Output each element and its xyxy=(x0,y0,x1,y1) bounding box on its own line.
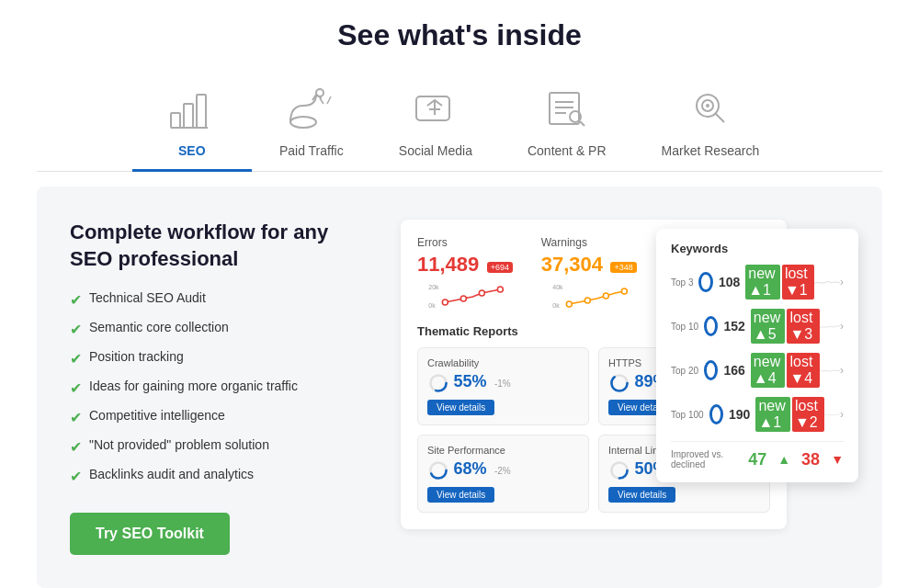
market-research-icon xyxy=(687,87,733,138)
tabs-navigation: SEO Paid Traffic xyxy=(37,78,882,172)
seo-icon xyxy=(169,87,215,138)
svg-point-16 xyxy=(706,104,709,107)
thematic-crawlability: Crawlability 55% -1% View details xyxy=(417,347,589,425)
warnings-label: Warnings xyxy=(541,236,647,249)
improved-value: 47 xyxy=(748,450,766,469)
page-title: See what's inside xyxy=(37,18,882,52)
tab-content-pr[interactable]: Content & PR xyxy=(500,78,634,171)
svg-point-5 xyxy=(316,89,323,96)
list-item: ✔ Backlinks audit and analytics xyxy=(70,467,364,485)
svg-text:40k: 40k xyxy=(552,284,563,290)
svg-text:0k: 0k xyxy=(552,302,560,309)
left-panel: Complete workflow for any SEO profession… xyxy=(70,220,364,555)
arrow-up-icon: ▲ xyxy=(777,452,790,467)
errors-sparkline: 0k 20k xyxy=(417,282,523,310)
feature-checklist: ✔ Technical SEO Audit ✔ Semantic core co… xyxy=(70,290,364,485)
list-item: ✔ Competitive intelligence xyxy=(70,408,364,426)
svg-point-19 xyxy=(442,300,448,305)
kw-row-top20: Top 20 166 new ▲4 lost ▼4 › xyxy=(671,353,844,388)
kw-new-badge-top10: new ▲5 xyxy=(751,309,786,344)
check-icon-5: ✔ xyxy=(70,409,82,426)
kw-circle-top100 xyxy=(709,404,723,424)
kw-new-badge-top3: new ▲1 xyxy=(745,265,780,300)
list-item: ✔ Semantic core collection xyxy=(70,320,364,338)
check-icon-6: ✔ xyxy=(70,438,82,456)
tab-social-media[interactable]: Social Media xyxy=(371,78,500,171)
keywords-card: Keywords Top 3 108 new ▲1 lost ▼1 xyxy=(656,229,858,482)
try-seo-toolkit-button[interactable]: Try SEO Toolkit xyxy=(70,513,230,555)
errors-label: Errors xyxy=(417,236,523,249)
kw-lost-badge-top10: lost ▼3 xyxy=(787,309,819,344)
kw-arrow-top20: › xyxy=(840,364,844,377)
content-pr-icon xyxy=(544,87,590,138)
kw-circle-top20 xyxy=(704,360,718,380)
declined-value: 38 xyxy=(801,450,820,469)
check-icon-1: ✔ xyxy=(70,291,82,309)
kw-lost-badge-top100: lost ▼2 xyxy=(792,397,824,432)
svg-line-12 xyxy=(580,121,584,126)
svg-rect-0 xyxy=(171,113,180,128)
svg-point-28 xyxy=(621,288,627,294)
crawlability-view-details-button[interactable]: View details xyxy=(427,400,494,415)
kw-lost-badge-top20: lost ▼4 xyxy=(787,353,819,388)
crawlability-value: 55% -1% xyxy=(427,372,579,394)
tab-seo-label: SEO xyxy=(178,143,206,158)
svg-text:20k: 20k xyxy=(428,284,439,290)
errors-value: 11,489 +694 xyxy=(417,253,523,277)
content-area: Complete workflow for any SEO profession… xyxy=(37,187,882,588)
arrow-down-icon: ▼ xyxy=(831,452,844,467)
svg-point-21 xyxy=(479,290,484,296)
tab-paid-traffic-label: Paid Traffic xyxy=(279,143,344,158)
kw-row-top10: Top 10 152 new ▲5 lost ▼3 › xyxy=(671,309,844,344)
right-panel: Errors 11,489 +694 0k 20k xyxy=(401,220,849,555)
site-performance-view-details-button[interactable]: View details xyxy=(427,487,494,503)
keywords-card-title: Keywords xyxy=(671,242,844,255)
svg-rect-2 xyxy=(197,95,206,128)
tab-market-research[interactable]: Market Research xyxy=(634,78,788,171)
warnings-value: 37,304 +348 xyxy=(541,253,647,277)
kw-row-top100: Top 100 190 new ▲1 lost ▼2 › xyxy=(671,397,844,432)
kw-arrow-top100: › xyxy=(840,408,844,421)
check-icon-3: ✔ xyxy=(70,350,82,368)
svg-point-25 xyxy=(566,301,572,307)
improved-declined: Improved vs. declined 47 ▲ 38 ▼ xyxy=(671,441,844,469)
warnings-sparkline: 0k 40k xyxy=(541,282,647,310)
left-panel-title: Complete workflow for any SEO profession… xyxy=(70,220,364,272)
kw-arrow-top10: › xyxy=(840,320,844,333)
svg-point-4 xyxy=(290,117,316,128)
kw-row-top3: Top 3 108 new ▲1 lost ▼1 › xyxy=(671,265,844,300)
svg-point-20 xyxy=(460,296,466,301)
svg-point-22 xyxy=(497,287,503,292)
list-item: ✔ Technical SEO Audit xyxy=(70,290,364,309)
svg-point-27 xyxy=(603,293,608,299)
check-icon-7: ✔ xyxy=(70,468,82,485)
errors-metric: Errors 11,489 +694 0k 20k xyxy=(417,236,523,310)
kw-new-badge-top100: new ▲1 xyxy=(755,397,790,432)
kw-arrow-top3: › xyxy=(840,276,844,288)
social-media-icon xyxy=(413,87,459,138)
kw-circle-top10 xyxy=(704,316,718,336)
check-icon-4: ✔ xyxy=(70,379,82,397)
tab-social-media-label: Social Media xyxy=(399,143,472,158)
tab-market-research-label: Market Research xyxy=(662,143,760,158)
kw-lost-badge-top3: lost ▼1 xyxy=(782,265,814,300)
site-performance-value: 68% -2% xyxy=(427,459,579,481)
tab-seo[interactable]: SEO xyxy=(132,78,252,171)
kw-circle-top3 xyxy=(698,272,712,292)
svg-point-26 xyxy=(584,298,590,303)
kw-new-badge-top20: new ▲4 xyxy=(751,353,786,388)
paid-traffic-icon xyxy=(289,87,335,138)
list-item: ✔ Position tracking xyxy=(70,349,364,368)
svg-text:0k: 0k xyxy=(428,302,436,309)
tab-paid-traffic[interactable]: Paid Traffic xyxy=(252,78,371,171)
thematic-site-performance: Site Performance 68% -2% View details xyxy=(417,435,589,513)
warnings-metric: Warnings 37,304 +348 0k 40k xyxy=(541,236,647,310)
svg-line-15 xyxy=(715,113,724,122)
tab-content-pr-label: Content & PR xyxy=(528,143,607,158)
svg-rect-1 xyxy=(184,104,193,128)
list-item: ✔ "Not provided" problem solution xyxy=(70,437,364,456)
list-item: ✔ Ideas for gaining more organic traffic xyxy=(70,379,364,397)
check-icon-2: ✔ xyxy=(70,321,82,338)
internal-linking-view-details-button[interactable]: View details xyxy=(608,487,675,503)
